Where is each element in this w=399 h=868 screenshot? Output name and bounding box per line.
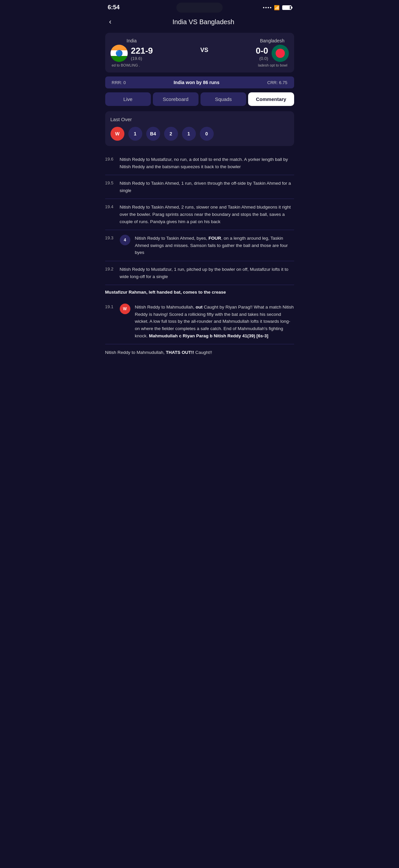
ball-number: 19.5 xyxy=(105,180,115,185)
ball-1: W xyxy=(110,127,124,141)
team-bangladesh: Bangladesh 0-0 (0.0) xyxy=(256,38,289,62)
status-time: 6:54 xyxy=(108,4,120,11)
bangladesh-flag-icon xyxy=(272,45,289,62)
commentary-text: Nitish Reddy to Mahmudullah, out Caught … xyxy=(135,304,294,339)
tab-scoreboard[interactable]: Scoreboard xyxy=(153,92,199,106)
india-flag-icon xyxy=(110,45,128,62)
rrr-stat: RRR: 0 xyxy=(112,80,126,85)
commentary-text: Nitish Reddy to Mustafizur, 1 run, pitch… xyxy=(120,266,294,280)
commentary-item: 19.1 W Nitish Reddy to Mahmudullah, out … xyxy=(105,299,294,344)
match-title: India VS Bangladesh xyxy=(114,18,293,26)
team-bangladesh-overs: (0.0) xyxy=(256,56,268,61)
tab-squads[interactable]: Squads xyxy=(200,92,246,106)
commentary-item: 19.2 Nitish Reddy to Mustafizur, 1 run, … xyxy=(105,261,294,285)
team-india-score: 221-9 xyxy=(131,46,153,56)
status-pill xyxy=(176,3,223,12)
commentary-item: 19.4 Nitish Reddy to Taskin Ahmed, 2 run… xyxy=(105,199,294,230)
ticker-right: ladesh opt to bowl xyxy=(258,63,288,67)
commentary-text: Nitish Reddy to Mustafizur, no run, a do… xyxy=(120,156,294,170)
last-over-title: Last Over xyxy=(110,117,289,122)
wifi-icon: 📶 xyxy=(274,5,279,10)
ball-5: 1 xyxy=(182,127,196,141)
commentary-text: Nitish Reddy to Taskin Ahmed, byes, FOUR… xyxy=(135,235,294,256)
commentary-item: 19.3 4 Nitish Reddy to Taskin Ahmed, bye… xyxy=(105,230,294,261)
ticker-row: ed to BOWLING . ladesh opt to bowl xyxy=(110,63,289,67)
ball-2: 1 xyxy=(128,127,142,141)
team-bangladesh-score: 0-0 xyxy=(256,46,268,56)
commentary-item: 19.6 Nitish Reddy to Mustafizur, no run,… xyxy=(105,151,294,175)
ball-number: 19.2 xyxy=(105,267,115,272)
team-india-name: India xyxy=(127,38,137,43)
tab-live[interactable]: Live xyxy=(105,92,151,106)
vs-label: VS xyxy=(200,47,208,54)
four-badge: 4 xyxy=(120,235,130,245)
player-arrives-text: Mustafizur Rahman, left handed bat, come… xyxy=(105,286,226,298)
signal-dots-icon xyxy=(263,7,271,8)
ticker-left: ed to BOWLING . xyxy=(112,63,140,67)
ball-number: 19.6 xyxy=(105,157,115,161)
wicket-badge: W xyxy=(120,304,130,314)
commentary-text: Nitish Reddy to Taskin Ahmed, 2 runs, sl… xyxy=(120,204,294,225)
battery-icon xyxy=(282,5,292,10)
last-commentary-text: Nitish Reddy to Mahmudullah, THATS OUT!!… xyxy=(105,350,212,355)
player-arrives-row: Mustafizur Rahman, left handed bat, come… xyxy=(105,285,294,299)
commentary-list: 19.6 Nitish Reddy to Mustafizur, no run,… xyxy=(105,151,294,363)
balls-row: W 1 B4 2 1 0 xyxy=(110,127,289,141)
commentary-text: Nitish Reddy to Taskin Ahmed, 1 run, dri… xyxy=(120,180,294,194)
stats-bar: RRR: 0 India won by 86 runs CRR: 6.75 xyxy=(105,76,294,88)
match-result: India won by 86 runs xyxy=(126,80,267,85)
ball-4: 2 xyxy=(164,127,178,141)
status-icons: 📶 xyxy=(263,5,292,10)
crr-stat: CRR: 6.75 xyxy=(267,80,288,85)
team-bangladesh-name: Bangladesh xyxy=(260,38,285,43)
tab-commentary[interactable]: Commentary xyxy=(248,92,294,106)
ball-number: 19.3 xyxy=(105,236,115,240)
ball-number: 19.4 xyxy=(105,204,115,209)
last-over-card: Last Over W 1 B4 2 1 0 xyxy=(105,111,294,146)
ball-6: 0 xyxy=(200,127,214,141)
ball-number: 19.1 xyxy=(105,304,115,309)
commentary-item: 19.5 Nitish Reddy to Taskin Ahmed, 1 run… xyxy=(105,175,294,199)
match-card: India 221-9 (19.6) VS Bangladesh xyxy=(105,33,294,72)
ball-3: B4 xyxy=(146,127,160,141)
status-bar: 6:54 📶 xyxy=(100,0,299,13)
back-button[interactable]: ‹ xyxy=(106,16,114,28)
team-india-overs: (19.6) xyxy=(131,56,153,61)
last-commentary-row: Nitish Reddy to Mahmudullah, THATS OUT!!… xyxy=(105,344,294,363)
tabs-row: Live Scoreboard Squads Commentary xyxy=(105,92,294,106)
team-india: India 221-9 (19.6) xyxy=(110,38,153,62)
header: ‹ India VS Bangladesh xyxy=(100,13,299,33)
